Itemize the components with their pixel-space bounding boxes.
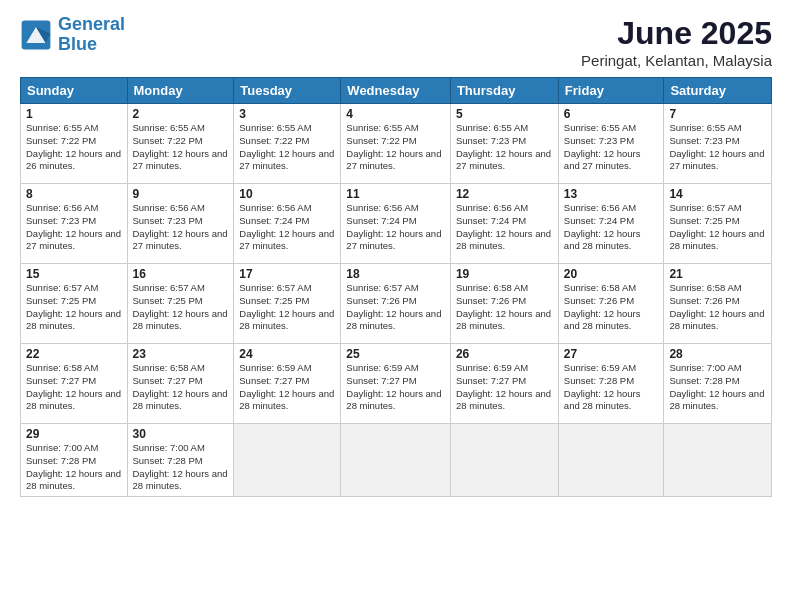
calendar-week-row: 15Sunrise: 6:57 AMSunset: 7:25 PMDayligh… — [21, 264, 772, 344]
calendar-cell: 14Sunrise: 6:57 AMSunset: 7:25 PMDayligh… — [664, 184, 772, 264]
calendar-cell — [558, 424, 664, 497]
calendar-cell: 6Sunrise: 6:55 AMSunset: 7:23 PMDaylight… — [558, 104, 664, 184]
day-number: 11 — [346, 187, 445, 201]
cell-info: Sunrise: 6:55 AMSunset: 7:22 PMDaylight:… — [26, 122, 122, 173]
day-number: 18 — [346, 267, 445, 281]
calendar-cell: 20Sunrise: 6:58 AMSunset: 7:26 PMDayligh… — [558, 264, 664, 344]
title-block: June 2025 Peringat, Kelantan, Malaysia — [581, 15, 772, 69]
day-number: 3 — [239, 107, 335, 121]
logo: General Blue — [20, 15, 125, 55]
day-number: 14 — [669, 187, 766, 201]
day-number: 30 — [133, 427, 229, 441]
day-number: 4 — [346, 107, 445, 121]
calendar-cell: 2Sunrise: 6:55 AMSunset: 7:22 PMDaylight… — [127, 104, 234, 184]
day-number: 19 — [456, 267, 553, 281]
calendar-cell: 12Sunrise: 6:56 AMSunset: 7:24 PMDayligh… — [450, 184, 558, 264]
cell-info: Sunrise: 6:59 AMSunset: 7:27 PMDaylight:… — [239, 362, 335, 413]
logo-icon — [20, 19, 52, 51]
cell-info: Sunrise: 6:58 AMSunset: 7:27 PMDaylight:… — [133, 362, 229, 413]
cell-info: Sunrise: 6:56 AMSunset: 7:24 PMDaylight:… — [564, 202, 659, 253]
calendar-cell: 4Sunrise: 6:55 AMSunset: 7:22 PMDaylight… — [341, 104, 451, 184]
day-number: 13 — [564, 187, 659, 201]
day-number: 1 — [26, 107, 122, 121]
calendar-cell: 22Sunrise: 6:58 AMSunset: 7:27 PMDayligh… — [21, 344, 128, 424]
calendar-cell: 26Sunrise: 6:59 AMSunset: 7:27 PMDayligh… — [450, 344, 558, 424]
cell-info: Sunrise: 7:00 AMSunset: 7:28 PMDaylight:… — [26, 442, 122, 493]
cell-info: Sunrise: 6:59 AMSunset: 7:27 PMDaylight:… — [456, 362, 553, 413]
day-number: 10 — [239, 187, 335, 201]
calendar-week-row: 22Sunrise: 6:58 AMSunset: 7:27 PMDayligh… — [21, 344, 772, 424]
cell-info: Sunrise: 6:57 AMSunset: 7:26 PMDaylight:… — [346, 282, 445, 333]
calendar-cell: 10Sunrise: 6:56 AMSunset: 7:24 PMDayligh… — [234, 184, 341, 264]
day-number: 25 — [346, 347, 445, 361]
day-number: 20 — [564, 267, 659, 281]
day-number: 17 — [239, 267, 335, 281]
cell-info: Sunrise: 6:55 AMSunset: 7:23 PMDaylight:… — [564, 122, 659, 173]
calendar-cell: 28Sunrise: 7:00 AMSunset: 7:28 PMDayligh… — [664, 344, 772, 424]
calendar-cell: 27Sunrise: 6:59 AMSunset: 7:28 PMDayligh… — [558, 344, 664, 424]
cell-info: Sunrise: 6:55 AMSunset: 7:23 PMDaylight:… — [456, 122, 553, 173]
cell-info: Sunrise: 6:58 AMSunset: 7:27 PMDaylight:… — [26, 362, 122, 413]
day-number: 23 — [133, 347, 229, 361]
day-number: 9 — [133, 187, 229, 201]
cell-info: Sunrise: 6:57 AMSunset: 7:25 PMDaylight:… — [26, 282, 122, 333]
cell-info: Sunrise: 6:56 AMSunset: 7:24 PMDaylight:… — [456, 202, 553, 253]
day-number: 5 — [456, 107, 553, 121]
cell-info: Sunrise: 6:56 AMSunset: 7:23 PMDaylight:… — [26, 202, 122, 253]
cell-info: Sunrise: 6:56 AMSunset: 7:24 PMDaylight:… — [346, 202, 445, 253]
calendar-cell: 23Sunrise: 6:58 AMSunset: 7:27 PMDayligh… — [127, 344, 234, 424]
header-friday: Friday — [558, 78, 664, 104]
day-number: 22 — [26, 347, 122, 361]
calendar-cell: 25Sunrise: 6:59 AMSunset: 7:27 PMDayligh… — [341, 344, 451, 424]
calendar-cell: 11Sunrise: 6:56 AMSunset: 7:24 PMDayligh… — [341, 184, 451, 264]
calendar: Sunday Monday Tuesday Wednesday Thursday… — [20, 77, 772, 497]
cell-info: Sunrise: 6:56 AMSunset: 7:23 PMDaylight:… — [133, 202, 229, 253]
calendar-cell: 8Sunrise: 6:56 AMSunset: 7:23 PMDaylight… — [21, 184, 128, 264]
day-number: 27 — [564, 347, 659, 361]
calendar-cell — [450, 424, 558, 497]
cell-info: Sunrise: 6:57 AMSunset: 7:25 PMDaylight:… — [133, 282, 229, 333]
cell-info: Sunrise: 6:55 AMSunset: 7:22 PMDaylight:… — [239, 122, 335, 173]
location: Peringat, Kelantan, Malaysia — [581, 52, 772, 69]
calendar-header-row: Sunday Monday Tuesday Wednesday Thursday… — [21, 78, 772, 104]
day-number: 24 — [239, 347, 335, 361]
header-thursday: Thursday — [450, 78, 558, 104]
day-number: 16 — [133, 267, 229, 281]
calendar-cell — [341, 424, 451, 497]
cell-info: Sunrise: 6:57 AMSunset: 7:25 PMDaylight:… — [669, 202, 766, 253]
day-number: 6 — [564, 107, 659, 121]
day-number: 28 — [669, 347, 766, 361]
calendar-cell: 16Sunrise: 6:57 AMSunset: 7:25 PMDayligh… — [127, 264, 234, 344]
calendar-week-row: 1Sunrise: 6:55 AMSunset: 7:22 PMDaylight… — [21, 104, 772, 184]
day-number: 26 — [456, 347, 553, 361]
calendar-cell: 24Sunrise: 6:59 AMSunset: 7:27 PMDayligh… — [234, 344, 341, 424]
header-tuesday: Tuesday — [234, 78, 341, 104]
day-number: 7 — [669, 107, 766, 121]
day-number: 2 — [133, 107, 229, 121]
calendar-cell: 13Sunrise: 6:56 AMSunset: 7:24 PMDayligh… — [558, 184, 664, 264]
cell-info: Sunrise: 6:58 AMSunset: 7:26 PMDaylight:… — [669, 282, 766, 333]
header-saturday: Saturday — [664, 78, 772, 104]
calendar-cell: 5Sunrise: 6:55 AMSunset: 7:23 PMDaylight… — [450, 104, 558, 184]
logo-line2: Blue — [58, 34, 97, 54]
cell-info: Sunrise: 6:58 AMSunset: 7:26 PMDaylight:… — [456, 282, 553, 333]
day-number: 29 — [26, 427, 122, 441]
page: General Blue June 2025 Peringat, Kelanta… — [0, 0, 792, 612]
header-monday: Monday — [127, 78, 234, 104]
calendar-week-row: 8Sunrise: 6:56 AMSunset: 7:23 PMDaylight… — [21, 184, 772, 264]
cell-info: Sunrise: 6:57 AMSunset: 7:25 PMDaylight:… — [239, 282, 335, 333]
calendar-cell: 17Sunrise: 6:57 AMSunset: 7:25 PMDayligh… — [234, 264, 341, 344]
calendar-cell: 19Sunrise: 6:58 AMSunset: 7:26 PMDayligh… — [450, 264, 558, 344]
calendar-cell — [234, 424, 341, 497]
calendar-cell: 1Sunrise: 6:55 AMSunset: 7:22 PMDaylight… — [21, 104, 128, 184]
logo-line1: General — [58, 14, 125, 34]
cell-info: Sunrise: 6:55 AMSunset: 7:22 PMDaylight:… — [346, 122, 445, 173]
calendar-cell: 7Sunrise: 6:55 AMSunset: 7:23 PMDaylight… — [664, 104, 772, 184]
header-sunday: Sunday — [21, 78, 128, 104]
calendar-cell: 18Sunrise: 6:57 AMSunset: 7:26 PMDayligh… — [341, 264, 451, 344]
cell-info: Sunrise: 7:00 AMSunset: 7:28 PMDaylight:… — [133, 442, 229, 493]
calendar-cell: 21Sunrise: 6:58 AMSunset: 7:26 PMDayligh… — [664, 264, 772, 344]
cell-info: Sunrise: 7:00 AMSunset: 7:28 PMDaylight:… — [669, 362, 766, 413]
calendar-cell: 30Sunrise: 7:00 AMSunset: 7:28 PMDayligh… — [127, 424, 234, 497]
calendar-cell — [664, 424, 772, 497]
